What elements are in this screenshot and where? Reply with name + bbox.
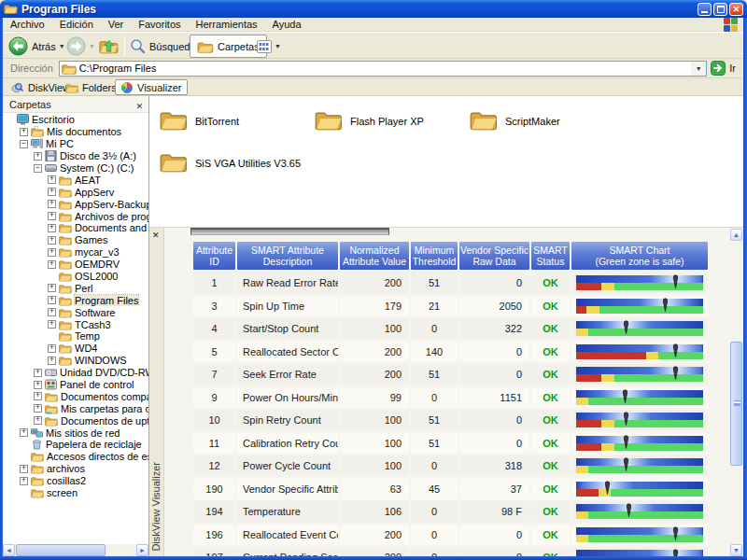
visualizer-close-icon[interactable]: ✕ (152, 231, 160, 240)
menu-item-archivo[interactable]: Archivo (3, 18, 52, 32)
tree-horizontal-scrollbar[interactable]: ◄ ► (3, 544, 148, 556)
tree-item-accesos-directos-de-escritorio-no[interactable]: Accesos directos de escritorio no (3, 451, 148, 463)
expand-plus-icon[interactable]: + (20, 465, 28, 473)
views-button[interactable]: ▼ (257, 35, 281, 58)
table-row-attr-12[interactable]: 12Power Cycle Count1000318OK (193, 455, 708, 476)
scroll-right-arrow-icon[interactable]: ► (136, 544, 148, 556)
table-row-attr-5[interactable]: 5Reallocated Sector Count2001400OK (193, 342, 708, 362)
visualizer-side-label[interactable]: DiskView Visualizer (150, 462, 163, 552)
expand-plus-icon[interactable]: + (48, 344, 56, 353)
table-row-attr-11[interactable]: 11Calibration Retry Count100510OK (193, 433, 708, 454)
back-chevron-down-icon[interactable]: ▼ (59, 43, 65, 49)
tree-item-tcash3[interactable]: + TCash3 (3, 318, 148, 330)
tree-item-mi-pc[interactable]: −Mi PC (3, 138, 148, 150)
tree-item-system-c-c-[interactable]: −System (C:) (C:) (3, 162, 148, 175)
tree-item-escritorio[interactable]: Escritorio (3, 114, 148, 126)
expand-plus-icon[interactable]: + (48, 188, 56, 196)
tree-item-mis-carpetas-para-compartir[interactable]: + Mis carpetas para compartir (3, 402, 148, 414)
visualizer-scroll-thumb[interactable] (730, 342, 742, 466)
tree-item-label[interactable]: Software (75, 307, 115, 318)
tree-item-label[interactable]: Games (75, 234, 107, 245)
tree-item-label[interactable]: Accesos directos de escritorio no (47, 451, 148, 462)
collapse-minus-icon[interactable]: − (34, 164, 42, 173)
forward-button[interactable]: ▼ (66, 35, 95, 58)
expand-plus-icon[interactable]: + (34, 404, 42, 413)
tree-item-label[interactable]: Documentos de uptodown-3 (61, 415, 148, 427)
table-row-attr-10[interactable]: 10Spin Retry Count100510OK (193, 410, 708, 430)
tree-item-windows[interactable]: + WINDOWS (3, 355, 148, 367)
tree-item-label[interactable]: Escritorio (32, 114, 75, 125)
tree-panel-close-icon[interactable]: ✕ (135, 98, 143, 115)
tree-item-wd4[interactable]: + WD4 (3, 343, 148, 355)
tree-item-label[interactable]: AppServ (75, 187, 114, 198)
scroll-left-arrow-icon[interactable]: ◄ (3, 544, 15, 556)
tree-item-osl2000[interactable]: OSL2000 (3, 271, 148, 283)
visualizer-vertical-scrollbar[interactable]: ▲ ▼ (729, 228, 743, 557)
tree-item-disco-de-3-a-[interactable]: +Disco de 3½ (A:) (3, 150, 148, 162)
address-value[interactable]: C:\Program Files (79, 63, 691, 74)
tree-item-label[interactable]: Temp (75, 330, 100, 342)
minimize-button[interactable] (698, 3, 712, 16)
expand-plus-icon[interactable]: + (48, 200, 56, 208)
maximize-button[interactable] (713, 3, 727, 16)
table-row-attr-194[interactable]: 194Temperature106098 FOK (193, 501, 708, 522)
folder-item-sis-vga-utilities-v3-65[interactable]: SiS VGA Utilities V3.65 (156, 142, 311, 184)
menu-item-edición[interactable]: Edición (52, 18, 101, 32)
menu-item-favoritos[interactable]: Favoritos (131, 18, 188, 32)
tree-item-label[interactable]: TCash3 (75, 319, 111, 330)
menu-item-herramientas[interactable]: Herramientas (189, 18, 265, 32)
folder-item-bittorrent[interactable]: BitTorrent (156, 100, 311, 142)
collapse-minus-icon[interactable]: − (20, 140, 28, 148)
tree-item-label[interactable]: OEMDRV (75, 259, 120, 270)
folders-toggle-button[interactable]: Carpetas (190, 35, 267, 58)
tree-item-archivos-de-programa[interactable]: + Archivos de programa (3, 210, 148, 222)
expand-plus-icon[interactable]: + (20, 428, 28, 437)
expand-plus-icon[interactable]: + (48, 284, 56, 292)
tree-item-archivos[interactable]: + archivos (3, 463, 148, 475)
tree-item-label[interactable]: System (C:) (C:) (60, 162, 134, 174)
address-input[interactable]: C:\Program Files ▼ (59, 61, 707, 77)
scroll-up-arrow-icon[interactable]: ▲ (730, 229, 742, 241)
folder-item-scriptmaker[interactable]: ScriptMaker (466, 100, 621, 142)
expand-plus-icon[interactable]: + (34, 416, 42, 425)
tree-item-label[interactable]: OSL2000 (75, 271, 118, 282)
tab-folders[interactable]: Folders (61, 79, 121, 95)
tree-item-label[interactable]: Mis carpetas para compartir (61, 403, 148, 414)
tree-item-appserv[interactable]: + AppServ (3, 186, 148, 198)
search-button[interactable]: Búsqueda (130, 35, 196, 58)
table-row-attr-9[interactable]: 9Power On Hours/Mins9901151OK (193, 387, 708, 408)
views-chevron-down-icon[interactable]: ▼ (275, 43, 281, 49)
expand-plus-icon[interactable]: + (48, 308, 56, 316)
expand-plus-icon[interactable]: + (48, 224, 56, 232)
table-row-attr-3[interactable]: 3Spin Up Time179212050OK (193, 296, 708, 316)
tree-item-label[interactable]: archivos (47, 463, 85, 474)
scroll-down-arrow-icon[interactable]: ▼ (730, 544, 742, 556)
table-row-attr-4[interactable]: 4Start/Stop Count1000322OK (193, 318, 708, 339)
tree-item-unidad-dvd-cd-rw-d-[interactable]: +Unidad DVD/CD-RW (D:) (3, 367, 148, 379)
tree-item-label[interactable]: WD4 (75, 343, 97, 354)
expand-plus-icon[interactable]: + (48, 320, 56, 329)
expand-plus-icon[interactable]: + (48, 212, 56, 220)
tree-item-perl[interactable]: + Perl (3, 282, 148, 294)
tree-item-label[interactable]: AppServ-Backup-2006-10 (75, 199, 148, 210)
tree-item-label[interactable]: Documents and Settings (75, 222, 148, 233)
tree-item-label[interactable]: Papelera de reciclaje (46, 439, 142, 450)
close-button[interactable]: ✕ (729, 3, 743, 16)
tree-item-label[interactable]: Unidad DVD/CD-RW (D:) (60, 367, 148, 378)
expand-plus-icon[interactable]: + (48, 236, 56, 245)
tree-item-label[interactable]: mycar_v3 (75, 246, 120, 258)
tree-item-panel-de-control[interactable]: +Panel de control (3, 379, 148, 391)
address-dropdown-button[interactable]: ▼ (691, 62, 706, 76)
tree-item-label[interactable]: AEAT (75, 175, 101, 186)
table-row-attr-196[interactable]: 196Reallocated Event Count20000OK (193, 525, 708, 545)
tree-item-label[interactable]: Archivos de programa (75, 211, 148, 222)
table-row-attr-1[interactable]: 1Raw Read Error Rate200510OK (193, 273, 708, 293)
up-button[interactable] (99, 35, 119, 58)
tree-item-appserv-backup-2006-10[interactable]: + AppServ-Backup-2006-10 (3, 198, 148, 210)
expand-plus-icon[interactable]: + (48, 260, 56, 269)
table-row-attr-7[interactable]: 7Seek Error Rate200510OK (193, 364, 708, 385)
tree-item-label[interactable]: WINDOWS (75, 355, 127, 366)
expand-plus-icon[interactable]: + (34, 369, 42, 377)
expand-plus-icon[interactable]: + (34, 381, 42, 389)
menu-item-ver[interactable]: Ver (101, 18, 132, 32)
